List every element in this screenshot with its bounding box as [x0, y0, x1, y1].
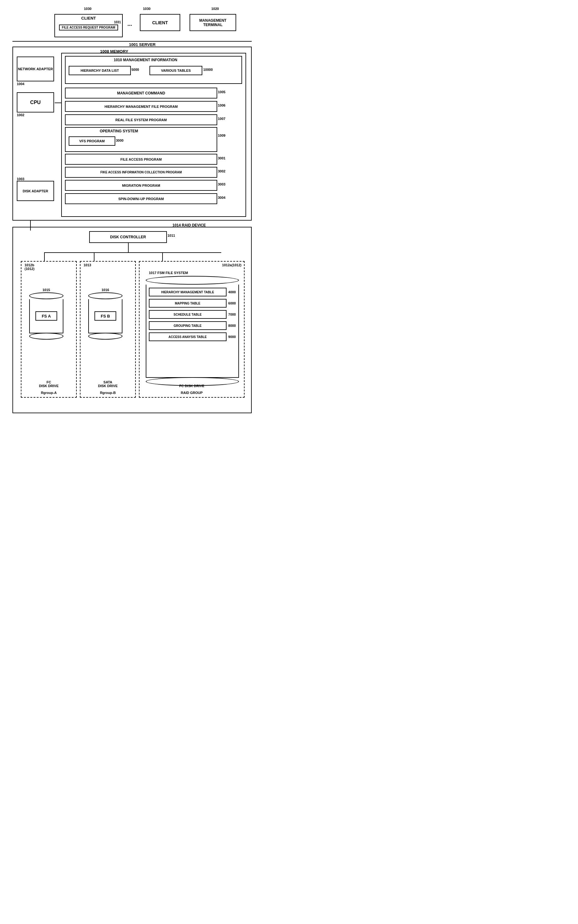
client2-box: CLIENT: [140, 14, 180, 31]
num-3002: 3002: [218, 169, 225, 173]
schedule-table-row: SCHEDULE TABLE 7000: [149, 310, 236, 319]
mgmt-info-label: 1010 MANAGEMENT INFORMATION: [114, 58, 177, 62]
op-sys-box: OPERATING SYSTEM VFS PROGRAM 3000: [65, 127, 217, 152]
client1-box: CLIENT 1031 FILE ACCESS REQUEST PROGRAM: [54, 14, 123, 37]
file-access-box: FILE ACCESS PROGRAM: [65, 154, 217, 165]
cpu-label: CPU: [30, 100, 41, 105]
fsb-cyl-bottom: [88, 333, 122, 340]
cpu-box: CPU: [17, 92, 54, 112]
num-1011: 1011: [167, 233, 175, 237]
client1-label: CLIENT: [56, 16, 121, 21]
rgroup-a-label: Rgroup-A: [21, 391, 76, 395]
schedule-table-box: SCHEDULE TABLE: [149, 310, 227, 319]
server-raid-vline: [30, 220, 31, 230]
fc-disk-group: 1012b (1012) 1015 FS A FC DISK DRIVE: [21, 261, 77, 398]
top-hline: [13, 41, 252, 42]
num-1007: 1007: [218, 117, 225, 120]
num-1012b: 1012b (1012): [24, 263, 34, 271]
hier-data-box: HIERARCHY DATA LIST: [69, 66, 131, 75]
fsm-cyl-body: HIERARCHY MANAGEMENT TABLE 4000 MAPPING …: [146, 285, 239, 378]
left-vline: [44, 252, 45, 262]
fsa-cyl-bottom: [29, 333, 63, 340]
dc-vline: [128, 243, 129, 252]
num-1015: 1015: [29, 288, 63, 292]
num-1006: 1006: [218, 104, 225, 107]
client2-label: CLIENT: [152, 20, 168, 25]
server-label: 1001 SERVER: [129, 42, 156, 47]
grouping-table-row: GROUPING TABLE 8000: [149, 321, 236, 330]
raid-group-label: RAID GROUP: [140, 391, 244, 395]
num-1002: 1002: [17, 113, 24, 117]
server-box: 1008 MEMORY NETWORK ADAPTER 1004 CPU 100…: [13, 47, 252, 220]
num-10000: 10000: [203, 68, 213, 71]
network-adapter-box: NETWORK ADAPTER: [17, 57, 54, 81]
fsm-cylinder: 1017 FSM FILE SYSTEM HIERARCHY MANAGEMEN…: [146, 271, 239, 386]
num-1016: 1016: [88, 288, 122, 292]
num-1005: 1005: [218, 90, 225, 94]
fsb-cylinder: 1016 FS B: [88, 288, 122, 340]
client1-sub: 1031: [56, 21, 121, 24]
network-adapter-label: NETWORK ADAPTER: [18, 67, 53, 71]
sata-disk-group: 1013 1016 FS B SATA DISK DRIVE Rgroup-B: [80, 261, 136, 398]
num-4000: 4000: [228, 290, 236, 294]
vfs-box: VFS PROGRAM: [69, 136, 115, 146]
rgroup-b-label: Rgroup-B: [81, 391, 135, 395]
num-3003: 3003: [218, 182, 225, 186]
fike-access-box: FIKE ACCESS INFORMATION COLLECTION PROGR…: [65, 167, 217, 178]
mgmt-terminal-label: MANAGEMENT TERMINAL: [190, 18, 235, 27]
num-1003: 1003: [17, 177, 24, 181]
hier-mgmt-table-row: HIERARCHY MANAGEMENT TABLE 4000: [149, 288, 236, 297]
mgmt-info-area: 1010 MANAGEMENT INFORMATION HIERARCHY DA…: [65, 56, 242, 84]
fsa-cyl-top: [29, 292, 63, 299]
hier-mgmt-file-box: HIERARCHY MANAGEMENT FILE PROGRAM: [65, 101, 217, 112]
num-5000: 5000: [132, 68, 139, 71]
sata-disk-label: SATA DISK DRIVE: [81, 380, 135, 388]
num-3001: 3001: [218, 156, 225, 160]
disk-adapter-label: DISK ADAPTER: [23, 189, 48, 193]
fsm-label: 1017 FSM FILE SYSTEM: [146, 271, 239, 275]
num-1009: 1009: [218, 134, 225, 137]
access-analysis-row: ACCESS ANAYSIS TABLE 9000: [149, 332, 236, 341]
fsb-cyl-top: [88, 292, 122, 299]
num-1013: 1013: [84, 263, 91, 267]
right-vline: [162, 252, 163, 262]
num-3004: 3004: [218, 196, 225, 199]
mid-left-vline: [94, 252, 94, 262]
cpu-mem-hline: [55, 102, 62, 103]
num-7000: 7000: [228, 313, 236, 316]
fsm-cyl-top: [146, 276, 239, 285]
various-tables-box: VARIOUS TABLES: [149, 66, 202, 75]
num-8000: 8000: [228, 324, 236, 327]
hier-mgmt-table-box: HIERARCHY MANAGEMENT TABLE: [149, 288, 227, 297]
fc-disk2-label: FC DISK DRIVE: [140, 384, 244, 388]
grouping-table-box: GROUPING TABLE: [149, 321, 227, 330]
file-access-request: FILE ACCESS REQUEST PROGRAM: [59, 24, 118, 31]
disk-adapter-box: DISK ADAPTER: [17, 181, 54, 201]
migration-box: MIGRATION PROGRAM: [65, 180, 217, 191]
raid-box: DISK CONTROLLER 1011 1012b (1012) 1015: [13, 227, 252, 413]
num-1004: 1004: [17, 82, 24, 86]
fc-disk-label: FC DISK DRIVE: [21, 380, 76, 388]
mgmt-terminal-box: MANAGEMENT TERMINAL: [190, 14, 236, 31]
mapping-table-box: MAPPING TABLE: [149, 299, 227, 308]
disk-controller-box: DISK CONTROLLER: [89, 231, 167, 243]
num-3000: 3000: [116, 139, 123, 142]
memory-inner: 1010 MANAGEMENT INFORMATION HIERARCHY DA…: [61, 53, 246, 217]
mapping-table-row: MAPPING TABLE 6000: [149, 299, 236, 308]
access-analysis-box: ACCESS ANAYSIS TABLE: [149, 332, 227, 341]
fsa-cyl-body: FS A: [29, 299, 63, 333]
fsa-cylinder: 1015 FS A: [29, 288, 63, 340]
spindown-box: SPIN-DOWN/-UP PROGRAM: [65, 193, 217, 204]
fsa-box: FS A: [36, 311, 57, 321]
num-1012a: 1012a(1012): [222, 263, 242, 267]
fc-raid-group: 1012a(1012) 1017 FSM FILE SYSTEM HIERARC…: [139, 261, 245, 398]
num-1020: 1020: [211, 7, 219, 11]
num-6000: 6000: [228, 302, 236, 305]
dc-hline: [44, 252, 221, 253]
fsb-cyl-body: FS B: [88, 299, 122, 333]
num-1030a: 1030: [84, 7, 91, 11]
real-file-sys-box: REAL FILE SYSTEM PROGRAM: [65, 114, 217, 125]
mgmt-cmd-box: MANAGEMENT COMMAND: [65, 88, 217, 99]
num-1030b: 1030: [143, 7, 150, 11]
dots: ···: [127, 23, 132, 29]
